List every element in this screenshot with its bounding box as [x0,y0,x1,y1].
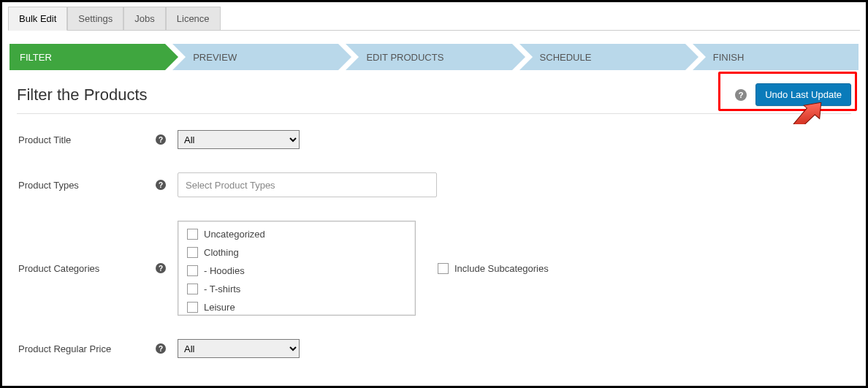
row-product-regular-price: Product Regular Price ? All [18,339,851,358]
row-product-title: Product Title ? All [18,130,851,149]
category-checkbox[interactable] [187,284,198,294]
step-finish[interactable]: FINISH [693,44,859,70]
admin-tabs: Bulk Edit Settings Jobs Licence [8,7,860,31]
help-icon[interactable]: ? [156,180,166,190]
label-product-title: Product Title [18,134,156,145]
help-icon[interactable]: ? [735,89,747,101]
tab-jobs[interactable]: Jobs [123,7,165,31]
category-option[interactable]: - T-shirts [187,284,411,294]
category-option[interactable]: Uncategorized [187,229,411,240]
include-subcategories-checkbox[interactable] [438,263,449,274]
step-filter[interactable]: FILTER [9,44,165,70]
include-subcategories[interactable]: Include Subcategories [438,263,549,274]
tab-licence[interactable]: Licence [166,7,221,31]
help-icon[interactable]: ? [156,263,166,273]
label-product-regular-price: Product Regular Price [18,343,156,354]
label-product-categories: Product Categories [18,263,156,274]
filter-form: Product Title ? All Product Types ? Sele… [8,130,860,358]
row-product-types: Product Types ? Select Product Types [18,172,851,197]
step-edit-products[interactable]: EDIT PRODUCTS [346,44,511,70]
page-title: Filter the Products [17,85,148,104]
product-types-input[interactable]: Select Product Types [178,172,437,197]
category-option[interactable]: - Hoodies [187,265,411,276]
category-checkbox[interactable] [187,229,198,240]
product-categories-listbox[interactable]: Uncategorized Clothing - Hoodies - T-shi… [178,221,416,316]
category-checkbox[interactable] [187,302,198,313]
step-schedule[interactable]: SCHEDULE [519,44,685,70]
include-subcategories-label: Include Subcategories [454,263,549,274]
help-icon[interactable]: ? [156,134,166,145]
category-checkbox[interactable] [187,265,198,276]
label-product-types: Product Types [18,180,156,191]
wizard-steps: FILTER PREVIEW EDIT PRODUCTS SCHEDULE FI… [8,44,860,70]
category-option[interactable]: Leisure [187,302,411,313]
row-product-categories: Product Categories ? Uncategorized Cloth… [18,221,851,316]
step-preview[interactable]: PREVIEW [172,44,338,70]
page-heading-row: Filter the Products ? Undo Last Update [17,79,851,114]
product-title-select[interactable]: All [178,130,300,149]
help-icon[interactable]: ? [156,343,166,354]
category-option[interactable]: Clothing [187,247,411,258]
tab-bulk-edit[interactable]: Bulk Edit [8,7,67,31]
undo-last-update-button[interactable]: Undo Last Update [755,83,851,106]
product-regular-price-select[interactable]: All [178,339,300,358]
category-checkbox[interactable] [187,247,198,258]
tab-settings[interactable]: Settings [67,7,123,31]
